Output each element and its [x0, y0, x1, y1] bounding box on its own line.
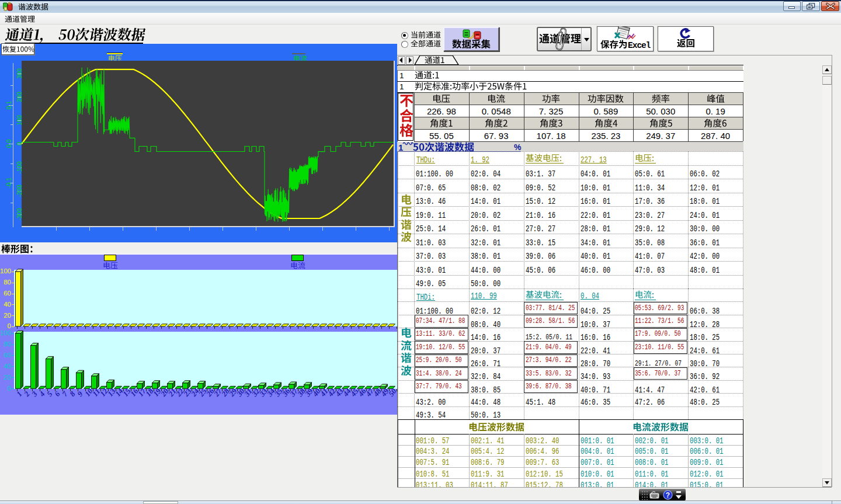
svg-text:?: ? [666, 491, 670, 499]
